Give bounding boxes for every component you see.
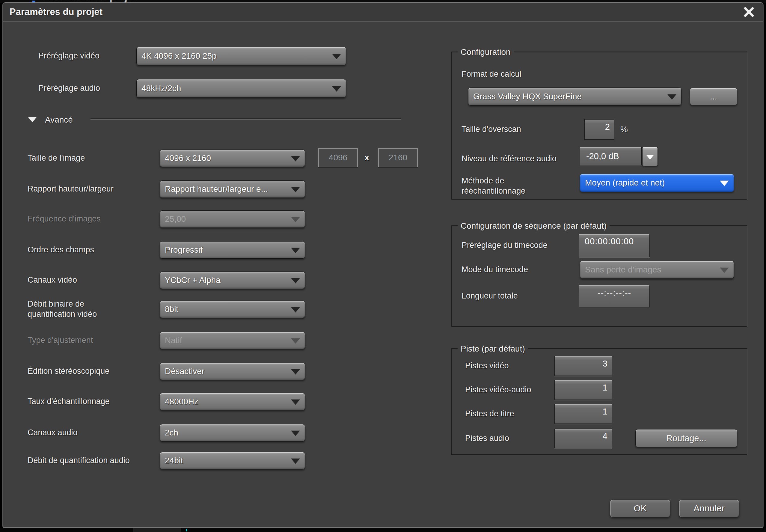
render-format-label: Format de calcul	[462, 66, 557, 83]
resampling-method-value: Moyen (rapide et net)	[585, 178, 665, 188]
audio-tracks-value: 4	[603, 431, 607, 441]
video-preset-label: Préréglage vidéo	[38, 47, 143, 65]
dropdown-arrow-icon	[720, 181, 729, 186]
close-icon[interactable]	[743, 6, 755, 18]
total-length-input[interactable]: --:--:--:--	[579, 285, 650, 308]
aspect-ratio-value: Rapport hauteur/largeur e...	[165, 184, 268, 194]
format-browse-button[interactable]: ...	[690, 88, 737, 105]
project-settings-dialog: Paramètres du projet Préréglage vidéo 4K…	[2, 2, 764, 528]
stereoscopic-dropdown[interactable]: Désactiver	[160, 363, 305, 380]
dropdown-arrow-icon	[291, 248, 300, 253]
sampling-rate-dropdown[interactable]: 48000Hz	[160, 393, 305, 410]
frame-width-field: 4096	[318, 148, 358, 167]
audio-bit-depth-value: 24bit	[165, 456, 183, 465]
dialog-title: Paramètres du projet	[10, 3, 102, 21]
video-audio-tracks-label: Pistes vidéo-audio	[465, 380, 555, 400]
frame-rate-value: 25,00	[165, 214, 186, 224]
audio-reference-level-input[interactable]: -20,0 dB	[580, 147, 642, 165]
frame-height-field: 2160	[378, 148, 418, 167]
title-bar[interactable]: Paramètres du projet	[3, 3, 763, 21]
audio-preset-label: Préréglage audio	[38, 79, 143, 98]
advanced-collapse-icon[interactable]	[28, 117, 37, 122]
frame-size-dropdown[interactable]: 4096 x 2160	[160, 150, 305, 167]
video-channels-label: Canaux vidéo	[28, 272, 132, 289]
cancel-button[interactable]: Annuler	[679, 499, 739, 517]
advanced-section-label[interactable]: Avancé	[45, 114, 73, 125]
audio-bit-depth-label: Débit de quantification audio	[28, 452, 132, 469]
frame-rate-label: Fréquence d'images	[28, 210, 132, 228]
dropdown-arrow-icon	[291, 459, 300, 464]
aspect-ratio-dropdown[interactable]: Rapport hauteur/largeur e...	[160, 180, 305, 198]
overscan-size-input[interactable]: 2	[584, 119, 614, 140]
video-audio-tracks-input[interactable]: 1	[554, 380, 612, 400]
stereoscopic-value: Désactiver	[165, 367, 204, 376]
dropdown-arrow-icon	[291, 278, 300, 284]
overscan-unit-label: %	[620, 119, 638, 140]
timecode-mode-value: Sans perte d'images	[585, 265, 661, 275]
dropdown-arrow-icon	[291, 338, 300, 344]
stereoscopic-label: Édition stéréoscopique	[28, 363, 132, 380]
format-browse-label: ...	[710, 92, 717, 102]
video-tracks-input[interactable]: 3	[554, 356, 612, 376]
dropdown-arrow-icon	[291, 217, 300, 222]
audio-tracks-input[interactable]: 4	[554, 429, 612, 448]
sampling-rate-label: Taux d'échantillonnage	[28, 393, 132, 410]
audio-bit-depth-dropdown[interactable]: 24bit	[160, 452, 305, 469]
configuration-group-legend: Configuration	[458, 46, 514, 58]
dropdown-arrow-icon	[291, 431, 300, 436]
field-order-label: Ordre des champs	[28, 241, 132, 259]
audio-reference-dropdown-button[interactable]	[642, 147, 658, 166]
overscan-size-label: Taille d'overscan	[462, 119, 557, 140]
total-length-value: --:--:--:--	[598, 288, 631, 298]
sampling-rate-value: 48000Hz	[165, 397, 198, 406]
field-order-value: Progressif	[165, 245, 203, 255]
video-bit-depth-dropdown[interactable]: 8bit	[160, 301, 305, 318]
frame-size-label: Taille de l'image	[28, 150, 132, 167]
audio-tracks-label: Pistes audio	[465, 429, 555, 448]
title-tracks-value: 1	[603, 407, 607, 417]
ok-button[interactable]: OK	[610, 499, 670, 517]
timecode-preset-input[interactable]: 00:00:00:00	[579, 234, 650, 257]
timecode-mode-label: Mode du timecode	[462, 261, 557, 279]
title-tracks-input[interactable]: 1	[554, 404, 612, 424]
routing-button[interactable]: Routage...	[635, 429, 737, 447]
video-channels-dropdown[interactable]: YCbCr + Alpha	[160, 272, 305, 289]
dropdown-arrow-icon	[291, 400, 300, 405]
screen: { "background": { "top_fragment_text": "…	[0, 0, 766, 532]
timecode-preset-label: Préréglage du timecode	[462, 234, 557, 257]
video-preset-dropdown[interactable]: 4K 4096 x 2160 25p	[136, 47, 346, 65]
field-order-dropdown[interactable]: Progressif	[160, 241, 305, 259]
frame-height-value: 2160	[389, 153, 407, 162]
resampling-method-dropdown[interactable]: Moyen (rapide et net)	[580, 174, 734, 192]
dropdown-arrow-icon	[291, 187, 300, 192]
render-format-value: Grass Valley HQX SuperFine	[473, 92, 582, 101]
frame-rate-dropdown: 25,00	[160, 210, 305, 228]
video-channels-value: YCbCr + Alpha	[165, 275, 221, 285]
dropdown-arrow-icon	[720, 268, 729, 273]
ok-button-label: OK	[634, 503, 646, 513]
routing-button-label: Routage...	[666, 433, 706, 443]
dropdown-arrow-icon	[646, 155, 654, 159]
dropdown-arrow-icon	[667, 94, 676, 100]
render-format-dropdown[interactable]: Grass Valley HQX SuperFine	[468, 88, 681, 106]
audio-reference-level-value: -20,0 dB	[586, 151, 619, 161]
video-tracks-value: 3	[603, 359, 607, 369]
dropdown-arrow-icon	[291, 369, 300, 375]
resize-type-dropdown: Natif	[160, 332, 305, 349]
background-indicator-dot	[186, 529, 187, 531]
audio-channels-dropdown[interactable]: 2ch	[160, 424, 305, 441]
audio-channels-value: 2ch	[165, 428, 178, 438]
audio-preset-dropdown[interactable]: 48kHz/2ch	[136, 79, 346, 98]
resize-type-label: Type d'ajustement	[28, 332, 132, 349]
audio-channels-label: Canaux audio	[28, 424, 132, 441]
frame-width-value: 4096	[329, 153, 347, 162]
video-bit-depth-value: 8bit	[165, 305, 178, 314]
dropdown-arrow-icon	[291, 156, 300, 162]
sequence-group-legend: Configuration de séquence (par défaut)	[458, 220, 610, 232]
total-length-label: Longueur totale	[462, 285, 557, 308]
frame-size-value: 4096 x 2160	[165, 153, 211, 163]
aspect-ratio-label: Rapport hauteur/largeur	[28, 180, 132, 198]
title-tracks-label: Pistes de titre	[465, 404, 555, 424]
timecode-mode-dropdown: Sans perte d'images	[580, 261, 734, 279]
advanced-separator	[91, 118, 401, 120]
